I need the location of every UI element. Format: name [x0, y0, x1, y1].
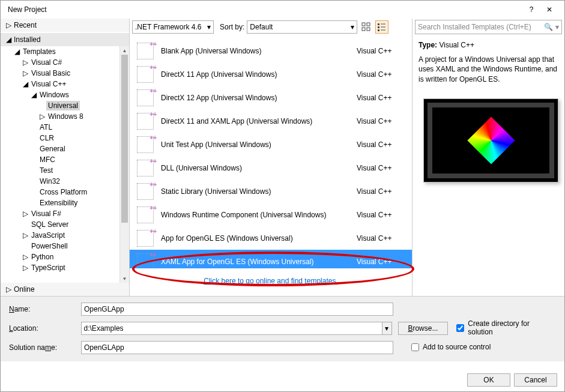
template-icon [137, 253, 154, 269]
tree-mfc[interactable]: MFC [1, 154, 129, 165]
chevron-down-icon[interactable]: ▾ [555, 23, 559, 31]
tree-general[interactable]: General [1, 143, 129, 154]
template-name: DirectX 11 App (Universal Windows) [161, 70, 357, 79]
chevron-right-icon: ▷ [22, 210, 28, 218]
online-find-link[interactable]: Click here to go online and find templat… [130, 268, 412, 296]
template-lang: Visual C++ [357, 187, 405, 196]
template-lang: Visual C++ [357, 117, 405, 125]
name-input[interactable] [81, 303, 393, 316]
chevron-right-icon: ▷ [22, 58, 28, 67]
template-list: Blank App (Universal Windows)Visual C++D… [130, 35, 412, 268]
tree-sql[interactable]: SQL Server [1, 219, 129, 230]
chevron-right-icon: ▷ [22, 253, 28, 261]
sortby-label: Sort by: [220, 23, 244, 31]
online-section[interactable]: ▷ Online [1, 283, 129, 296]
chevron-down-icon: ▾ [351, 23, 354, 31]
tree-templates[interactable]: ◢Templates [1, 46, 129, 57]
tree-ext[interactable]: Extensibility [1, 198, 129, 208]
template-row[interactable]: Unit Test App (Universal Windows)Visual … [130, 133, 412, 156]
template-lang: Visual C++ [357, 234, 405, 243]
ok-button[interactable]: OK [467, 373, 510, 387]
search-placeholder: Search Installed Templates (Ctrl+E) [418, 23, 531, 31]
solution-name-input[interactable] [81, 341, 393, 354]
template-name: XAML App for OpenGL ES (Windows Universa… [161, 258, 357, 266]
svg-rect-6 [378, 26, 379, 28]
template-row[interactable]: DLL (Universal Windows)Visual C++ [130, 156, 412, 179]
sort-value: Default [250, 23, 273, 31]
template-lang: Visual C++ [357, 140, 405, 149]
template-row[interactable]: Windows Runtime Component (Universal Win… [130, 203, 412, 226]
template-icon [137, 89, 154, 106]
svg-rect-0 [362, 23, 365, 26]
search-icon[interactable]: 🔍 [544, 23, 553, 31]
search-input[interactable]: Search Installed Templates (Ctrl+E) 🔍 ▾ [415, 20, 562, 34]
template-preview [423, 98, 558, 182]
template-row[interactable]: Blank App (Universal Windows)Visual C++ [130, 39, 412, 62]
tree-js[interactable]: ▷JavaScript [1, 230, 129, 241]
cube-icon [467, 116, 515, 164]
template-name: Blank App (Universal Windows) [161, 47, 357, 55]
tree-test[interactable]: Test [1, 165, 129, 176]
template-lang: Visual C++ [357, 211, 405, 219]
close-button[interactable]: ✕ [539, 2, 560, 17]
template-row[interactable]: App for OpenGL ES (Windows Universal)Vis… [130, 226, 412, 250]
template-row[interactable]: DirectX 12 App (Universal Windows)Visual… [130, 86, 412, 109]
tree-vfs[interactable]: ▷Visual F# [1, 208, 129, 219]
chevron-down-icon: ◢ [31, 91, 37, 99]
chevron-right-icon: ▷ [22, 231, 28, 240]
online-link-text[interactable]: Click here to go online and find templat… [204, 277, 337, 285]
tree-clr[interactable]: CLR [1, 133, 129, 143]
scroll-down-icon[interactable]: ▼ [120, 274, 129, 283]
source-control-label: Add to source control [423, 343, 491, 351]
template-row[interactable]: DirectX 11 and XAML App (Universal Windo… [130, 109, 412, 133]
browse-button[interactable]: Browse... [398, 322, 449, 335]
source-control-checkbox[interactable] [411, 343, 419, 351]
window-title: New Project [5, 5, 524, 14]
tree-scrollbar[interactable]: ▲ ▼ [119, 46, 129, 283]
cancel-button[interactable]: Cancel [514, 373, 557, 387]
framework-select[interactable]: .NET Framework 4.6 ▾ [132, 20, 214, 34]
template-icon [137, 183, 154, 200]
tree-vcpp[interactable]: ◢Visual C++ [1, 79, 129, 89]
templates-tree: ◢Templates ▷Visual C# ▷Visual Basic ◢Vis… [1, 46, 129, 283]
tree-win32[interactable]: Win32 [1, 176, 129, 187]
tree-py[interactable]: ▷Python [1, 252, 129, 262]
tree-xplat[interactable]: Cross Platform [1, 187, 129, 198]
create-dir-checkbox[interactable] [456, 324, 464, 332]
solution-name-label: Solution name: [9, 343, 81, 352]
tree-ps[interactable]: PowerShell [1, 241, 129, 252]
location-input[interactable] [81, 322, 382, 335]
location-dropdown[interactable]: ▾ [382, 322, 392, 335]
template-row[interactable]: XAML App for OpenGL ES (Windows Universa… [130, 250, 412, 268]
template-icon [137, 207, 154, 223]
tree-atl[interactable]: ATL [1, 122, 129, 133]
tree-windows[interactable]: ◢Windows [1, 89, 129, 100]
mid-toolbar: .NET Framework 4.6 ▾ Sort by: Default ▾ [0, 19, 412, 35]
template-icon [137, 136, 154, 153]
installed-label: Installed [14, 35, 41, 44]
tree-universal[interactable]: Universal [1, 100, 129, 111]
template-lang: Visual C++ [357, 258, 405, 266]
template-name: App for OpenGL ES (Windows Universal) [161, 234, 357, 243]
tree-ts[interactable]: ▷TypeScript [1, 262, 129, 273]
scrollbar-thumb[interactable] [121, 55, 128, 223]
template-row[interactable]: DirectX 11 App (Universal Windows)Visual… [130, 62, 412, 86]
template-row[interactable]: Static Library (Universal Windows)Visual… [130, 179, 412, 203]
help-button[interactable]: ? [524, 2, 539, 17]
chevron-right-icon: ▷ [22, 69, 28, 77]
sort-select[interactable]: Default ▾ [247, 20, 357, 34]
template-name: DLL (Universal Windows) [161, 164, 357, 172]
scroll-up-icon[interactable]: ▲ [120, 46, 129, 55]
name-label: Name: [9, 305, 81, 313]
tree-win8[interactable]: ▷Windows 8 [1, 111, 129, 122]
view-list[interactable] [375, 20, 388, 34]
dialog-buttons: OK Cancel [467, 373, 557, 387]
online-label: Online [14, 285, 35, 294]
tree-vcs[interactable]: ▷Visual C# [1, 57, 129, 68]
chevron-down-icon: ▾ [207, 23, 211, 31]
tree-vb[interactable]: ▷Visual Basic [1, 68, 129, 79]
template-icon [137, 160, 154, 176]
template-lang: Visual C++ [357, 70, 405, 79]
view-large-icons[interactable] [360, 20, 373, 34]
template-icon [137, 113, 154, 130]
